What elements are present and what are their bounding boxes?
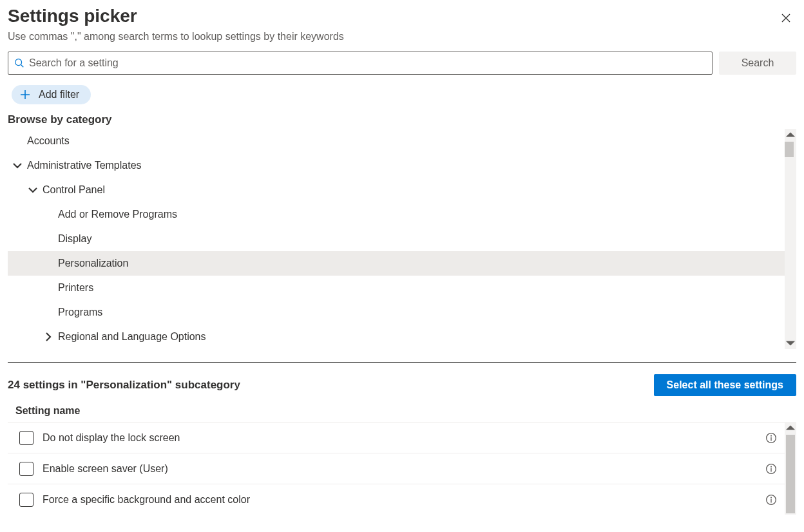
scroll-up-icon[interactable] bbox=[785, 422, 796, 433]
tree-item-admin-templates[interactable]: Administrative Templates bbox=[8, 153, 785, 178]
results-count: 24 settings in "Personalization" subcate… bbox=[8, 379, 240, 392]
tree-label: Programs bbox=[58, 307, 102, 318]
panel-title: Settings picker bbox=[8, 5, 137, 27]
close-button[interactable] bbox=[776, 8, 796, 28]
svg-rect-7 bbox=[770, 468, 771, 471]
search-box[interactable] bbox=[8, 52, 713, 75]
tree-scrollbar[interactable] bbox=[785, 129, 796, 349]
tree-item-personalization[interactable]: Personalization bbox=[8, 251, 785, 276]
tree-item-display[interactable]: Display bbox=[8, 227, 785, 251]
setting-checkbox[interactable] bbox=[19, 493, 34, 507]
setting-label: Force a specific background and accent c… bbox=[43, 494, 765, 506]
tree-item-accounts[interactable]: Accounts bbox=[8, 129, 785, 153]
setting-label: Enable screen saver (User) bbox=[43, 463, 765, 475]
setting-row[interactable]: Do not display the lock screen bbox=[8, 422, 785, 453]
tree-item-printers[interactable]: Printers bbox=[8, 276, 785, 300]
svg-rect-4 bbox=[770, 437, 771, 441]
chevron-down-icon bbox=[27, 184, 39, 196]
svg-point-0 bbox=[15, 59, 22, 66]
info-icon[interactable] bbox=[765, 494, 777, 506]
category-tree: Accounts Administrative Templates Contro… bbox=[8, 129, 785, 349]
svg-point-3 bbox=[770, 435, 772, 436]
search-button[interactable]: Search bbox=[719, 52, 796, 75]
setting-checkbox[interactable] bbox=[19, 431, 34, 445]
browse-heading: Browse by category bbox=[8, 113, 796, 126]
plus-icon bbox=[19, 89, 31, 100]
info-icon[interactable] bbox=[765, 463, 777, 475]
svg-point-9 bbox=[770, 497, 772, 498]
tree-label: Administrative Templates bbox=[27, 160, 142, 171]
list-scrollbar[interactable] bbox=[785, 422, 796, 515]
tree-item-regional[interactable]: Regional and Language Options bbox=[8, 325, 785, 349]
tree-label: Regional and Language Options bbox=[58, 331, 206, 343]
add-filter-label: Add filter bbox=[39, 89, 79, 100]
tree-label: Control Panel bbox=[43, 184, 105, 196]
svg-rect-10 bbox=[770, 499, 771, 502]
column-setting-name[interactable]: Setting name bbox=[8, 400, 796, 422]
tree-item-programs[interactable]: Programs bbox=[8, 300, 785, 325]
tree-label: Add or Remove Programs bbox=[58, 209, 177, 220]
tree-label: Accounts bbox=[27, 135, 70, 147]
add-filter-button[interactable]: Add filter bbox=[12, 85, 91, 104]
close-icon bbox=[781, 13, 791, 23]
setting-checkbox[interactable] bbox=[19, 462, 34, 476]
info-icon[interactable] bbox=[765, 432, 777, 444]
chevron-right-icon bbox=[43, 331, 54, 343]
settings-list: Do not display the lock screen Enable sc… bbox=[8, 422, 785, 515]
svg-point-6 bbox=[770, 466, 772, 467]
setting-label: Do not display the lock screen bbox=[43, 432, 765, 444]
chevron-down-icon bbox=[12, 160, 23, 171]
scroll-up-icon[interactable] bbox=[785, 129, 796, 140]
section-divider bbox=[8, 362, 796, 363]
scroll-thumb[interactable] bbox=[786, 435, 795, 513]
panel-subtitle: Use commas "," among search terms to loo… bbox=[8, 31, 796, 43]
setting-row[interactable]: Enable screen saver (User) bbox=[8, 453, 785, 484]
search-input[interactable] bbox=[25, 57, 707, 69]
select-all-button[interactable]: Select all these settings bbox=[654, 374, 796, 396]
scroll-thumb[interactable] bbox=[785, 142, 794, 157]
svg-line-1 bbox=[21, 65, 24, 68]
search-icon bbox=[14, 57, 25, 69]
setting-row[interactable]: Force a specific background and accent c… bbox=[8, 484, 785, 515]
tree-label: Printers bbox=[58, 282, 93, 294]
scroll-down-icon[interactable] bbox=[785, 337, 796, 349]
tree-item-control-panel[interactable]: Control Panel bbox=[8, 178, 785, 202]
tree-label: Personalization bbox=[58, 258, 128, 269]
tree-item-add-remove[interactable]: Add or Remove Programs bbox=[8, 202, 785, 227]
tree-label: Display bbox=[58, 233, 91, 245]
